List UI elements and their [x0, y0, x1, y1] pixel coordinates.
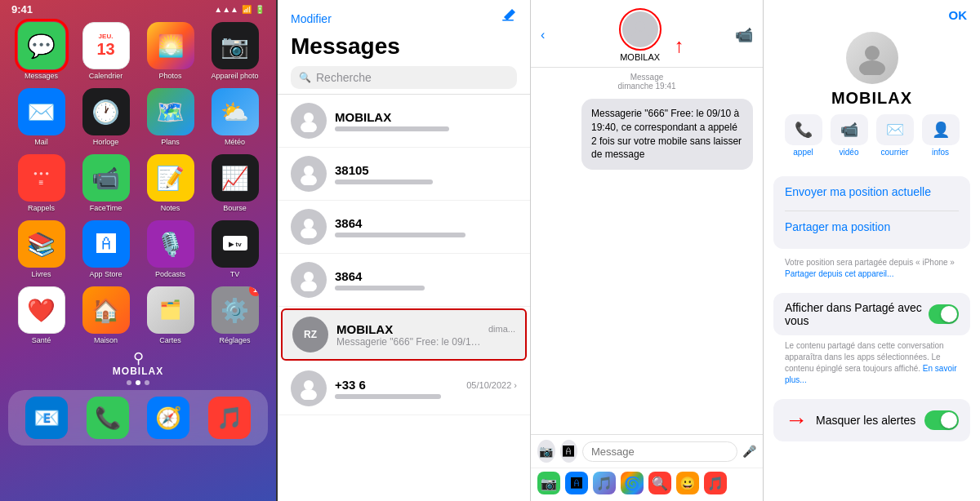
conv-item-plus33[interactable]: +33 6 05/10/2022 ›	[278, 362, 530, 415]
conv-name: MOBILAX	[336, 322, 393, 336]
app-calendrier[interactable]: JEU. 13 Calendrier	[78, 22, 134, 80]
photos-icon: 🌅	[147, 22, 194, 69]
app-livres[interactable]: 📚 Livres	[13, 220, 69, 278]
page-dot-1	[127, 380, 131, 385]
modifier-button[interactable]: Modifier	[291, 12, 332, 25]
message-input[interactable]	[582, 441, 737, 462]
livres-label: Livres	[31, 270, 51, 278]
search-bar[interactable]: 🔍 Recherche	[291, 66, 517, 89]
bourse-icon: 📈	[212, 154, 259, 202]
conv-item-3864a[interactable]: 3864	[278, 201, 530, 254]
app-podcasts[interactable]: 🎙️ Podcasts	[142, 220, 198, 278]
afficher-toggle-switch[interactable]	[929, 304, 959, 324]
bourse-label: Bourse	[223, 204, 247, 212]
dock: 📧 📞 🧭 🎵	[8, 390, 268, 446]
en-savoir-link[interactable]: En savoir plus...	[785, 364, 957, 384]
conv-item-38105[interactable]: 38105	[278, 148, 530, 201]
svg-point-13	[635, 21, 645, 31]
app-tv[interactable]: ▶ tv TV	[207, 220, 263, 278]
masquer-toggle-switch[interactable]	[924, 410, 959, 430]
app-messages[interactable]: 💬 Messages	[13, 22, 69, 80]
red-arrow-up-icon: ↑	[675, 36, 684, 55]
svg-point-11	[304, 380, 314, 390]
dock-phone[interactable]: 📞	[87, 397, 129, 439]
conv-preview: Messagerie "666" Free: le 09/10 à 19:40,…	[336, 336, 483, 348]
podcasts-label: Podcasts	[155, 270, 185, 278]
back-button[interactable]: ‹	[541, 28, 545, 42]
detail-contact-name: MOBILAX	[620, 52, 660, 62]
appstore-icon: 🅰	[82, 220, 130, 268]
apps-bar-icon-4[interactable]: 🌀	[621, 472, 644, 494]
app-photos[interactable]: 🌅 Photos	[142, 22, 198, 80]
svg-point-3	[304, 113, 314, 122]
conv-item-3864b[interactable]: 3864	[278, 254, 530, 307]
appel-label: appel	[793, 148, 813, 157]
dock-music[interactable]: 🎵	[208, 397, 251, 439]
action-infos[interactable]: 👤 infos	[922, 114, 960, 157]
detail-panel: ‹ ↑ MOBILAX 📹 Messagedimanche 19:41 Mess…	[531, 0, 764, 501]
envoyer-position-row[interactable]: Envoyer ma position actuelle	[773, 176, 970, 207]
compose-icon[interactable]	[501, 8, 517, 29]
app-plans[interactable]: 🗺️ Plans	[142, 88, 198, 146]
app-cartes[interactable]: 🗂️ Cartes	[142, 286, 198, 344]
apps-bar-icon-6[interactable]: 😀	[676, 472, 699, 494]
app-facetime[interactable]: 📹 FaceTime	[78, 154, 134, 212]
apps-bar-icon-5[interactable]: 🔍	[648, 472, 671, 494]
info-section: Envoyer ma position actuelle Partager ma…	[764, 176, 980, 446]
podcasts-icon: 🎙️	[147, 220, 194, 268]
partager-link[interactable]: Partager depuis cet appareil...	[785, 269, 893, 278]
conv-item-mobilax1[interactable]: MOBILAX	[278, 95, 530, 148]
app-bourse[interactable]: 📈 Bourse	[207, 154, 263, 212]
app-rappels[interactable]: ● ● ● ≡ Rappels	[13, 154, 69, 212]
signal-icon: ▲▲▲	[214, 5, 238, 14]
tv-icon: ▶ tv	[212, 220, 259, 268]
apps-bar-icon-3[interactable]: 🎵	[593, 472, 616, 494]
ok-button[interactable]: OK	[949, 8, 968, 22]
detail-avatar-outline	[619, 8, 662, 51]
apps-bar-icon-2[interactable]: 🅰	[565, 472, 588, 494]
action-appel[interactable]: 📞 appel	[785, 114, 822, 157]
app-mail[interactable]: ✉️ Mail	[13, 88, 69, 146]
svg-point-12	[301, 389, 317, 400]
detail-content: Messagedimanche 19:41 Messagerie "666" F…	[531, 68, 763, 434]
page-dots	[0, 380, 276, 385]
app-appstore[interactable]: 🅰 App Store	[78, 220, 134, 278]
video-call-icon[interactable]: 📹	[735, 26, 753, 44]
maison-icon: 🏠	[82, 286, 130, 334]
envoyer-position-text: Envoyer ma position actuelle	[785, 185, 931, 198]
cartes-label: Cartes	[159, 336, 181, 344]
dock-outlook[interactable]: 📧	[25, 397, 68, 439]
app-meteo[interactable]: ⛅ Météo	[207, 88, 263, 146]
detail-contact-wrap: ↑ MOBILAX	[551, 8, 728, 62]
app-reglages[interactable]: ⚙️ 1 Réglages	[207, 286, 263, 344]
detail-avatar	[622, 11, 658, 47]
app-appareil[interactable]: 📷 Appareil photo	[207, 22, 263, 80]
mic-icon[interactable]: 🎤	[742, 445, 756, 458]
app-sante[interactable]: ❤️ Santé	[13, 286, 69, 344]
app-notes[interactable]: 📝 Notes	[142, 154, 198, 212]
conv-item-mobilax-highlighted[interactable]: RZ MOBILAX dima... Messagerie "666" Free…	[281, 308, 527, 361]
camera-button[interactable]: 📷	[537, 440, 555, 463]
apple-tv-logo: ▶ tv	[221, 234, 249, 254]
reglages-icon: ⚙️ 1	[212, 286, 259, 334]
dock-safari[interactable]: 🧭	[147, 397, 189, 439]
apps-bar-icon-1[interactable]: 📷	[537, 472, 560, 494]
notes-label: Notes	[161, 204, 180, 212]
contact-big-name: MOBILAX	[831, 89, 912, 108]
svg-point-4	[301, 122, 317, 132]
appstore-small-button[interactable]: 🅰	[560, 440, 578, 463]
calendrier-icon: JEU. 13	[82, 22, 130, 69]
app-maison[interactable]: 🏠 Maison	[78, 286, 134, 344]
messages-header: Modifier Messages 🔍 Recherche	[278, 0, 530, 95]
tv-label: TV	[230, 270, 240, 278]
action-video[interactable]: 📹 vidéo	[831, 114, 868, 157]
conv-details: 3864	[335, 269, 517, 290]
afficher-toggle-row: Afficher dans Partagé avec vous	[773, 293, 970, 335]
wifi-icon: 📶	[242, 5, 252, 14]
detail-input-bar: 📷 🅰 🎤	[531, 434, 763, 468]
partager-position-row[interactable]: Partager ma position	[773, 211, 970, 242]
action-courriel[interactable]: ✉️ courrier	[876, 114, 914, 157]
app-horloge[interactable]: 🕐 Horloge	[78, 88, 134, 146]
apps-bar-icon-7[interactable]: 🎵	[704, 472, 727, 494]
sante-icon: ❤️	[18, 286, 65, 334]
